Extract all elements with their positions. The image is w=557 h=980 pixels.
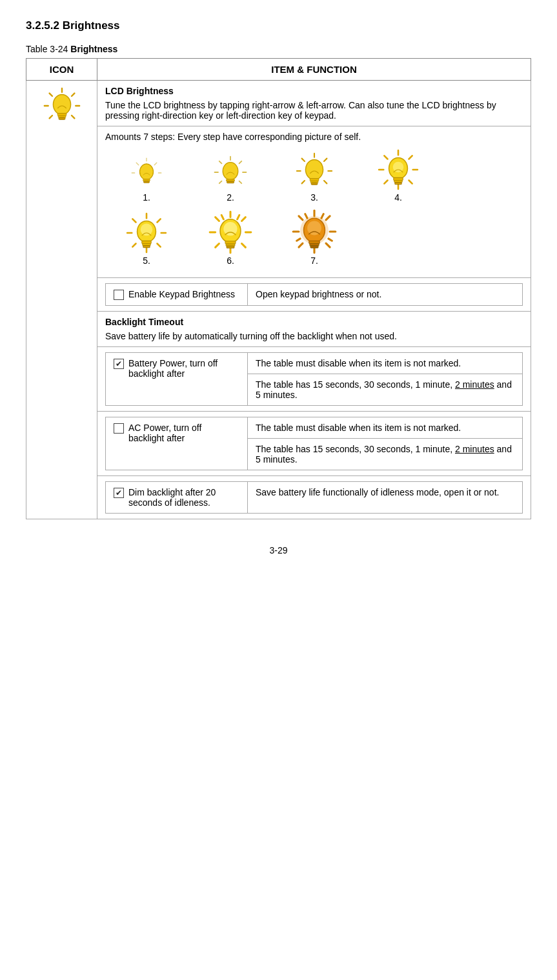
dim-backlight-checkbox[interactable] <box>114 488 124 498</box>
svg-rect-78 <box>225 241 236 244</box>
dim-backlight-label-group: Dim backlight after 20 seconds of idlene… <box>114 487 239 508</box>
svg-line-85 <box>299 216 303 220</box>
svg-rect-17 <box>143 179 150 181</box>
ac-power-checkbox[interactable] <box>114 423 124 434</box>
steps-label: Amounts 7 steps: Every step have corresp… <box>105 132 523 142</box>
bulb-label-1: 1. <box>143 192 150 203</box>
svg-line-90 <box>305 214 307 219</box>
ac-power-desc1: The table must disable when its item is … <box>248 417 523 439</box>
svg-line-75 <box>221 215 223 219</box>
svg-line-59 <box>132 244 136 247</box>
svg-line-82 <box>326 216 330 220</box>
svg-line-3 <box>72 115 74 118</box>
dim-backlight-desc: Save battery life functionally of idlene… <box>248 482 523 514</box>
table-caption: Table 3-24 Brightness <box>26 44 531 54</box>
svg-rect-37 <box>310 179 319 181</box>
lcd-brightness-desc: Tune the LCD brightness by tapping right… <box>105 100 523 121</box>
ac-power-desc2-cell: The table has 15 seconds, 30 seconds, 1 … <box>248 439 523 470</box>
svg-line-74 <box>238 215 239 219</box>
svg-line-35 <box>302 181 305 183</box>
lcd-brightness-title: LCD Brightness <box>105 86 174 96</box>
bulb-label-4: 4. <box>394 192 402 203</box>
svg-point-77 <box>223 222 237 235</box>
svg-line-84 <box>326 243 330 247</box>
bulb-label-2: 2. <box>227 192 234 203</box>
battery-power-nested: Battery Power, turn off backlight after … <box>105 352 523 406</box>
bulb-grid: 1. <box>105 142 523 272</box>
enable-keypad-checkbox[interactable] <box>114 290 124 300</box>
dim-backlight-checkbox-cell: Dim backlight after 20 seconds of idlene… <box>106 482 248 514</box>
bulb-5: 5. <box>108 212 185 266</box>
bulb-1: 1. <box>108 155 185 203</box>
svg-line-24 <box>239 181 242 184</box>
svg-line-32 <box>324 181 327 183</box>
bulb-icon-7 <box>292 209 337 254</box>
svg-line-44 <box>384 155 387 159</box>
ac-power-desc2-text: The table has 15 seconds, 30 seconds, 1 … <box>256 444 455 454</box>
svg-line-1 <box>72 94 74 96</box>
battery-power-label: Battery Power, turn off backlight after <box>128 358 239 379</box>
ac-power-checkbox-cell: AC Power, turn off backlight after <box>106 417 248 470</box>
enable-keypad-label-group: Enable Keypad Brightness <box>114 289 239 300</box>
table-row-steps: Amounts 7 steps: Every step have corresp… <box>26 126 531 278</box>
ac-power-label: AC Power, turn off backlight after <box>128 423 239 443</box>
svg-line-56 <box>157 244 161 247</box>
bulb-2: 2. <box>192 154 269 203</box>
svg-rect-8 <box>57 114 66 116</box>
svg-line-22 <box>219 161 222 164</box>
page-title: 3.2.5.2 Brightness <box>26 19 531 32</box>
battery-power-desc2-text: The table has 15 seconds, 30 seconds, 1 … <box>256 379 455 390</box>
enable-keypad-desc: Open keypad brightness or not. <box>248 284 523 306</box>
svg-line-67 <box>242 217 246 221</box>
dim-backlight-label: Dim backlight after 20 seconds of idlene… <box>128 487 239 508</box>
bulb-label-3: 3. <box>310 192 318 203</box>
enable-keypad-checkbox-cell: Enable Keypad Brightness <box>106 284 248 306</box>
svg-line-46 <box>384 181 387 184</box>
svg-rect-98 <box>310 246 318 248</box>
svg-point-95 <box>307 221 321 235</box>
bulb-6: 6. <box>192 210 269 266</box>
dim-backlight-cell: Dim backlight after 20 seconds of idlene… <box>97 476 531 519</box>
bulb-icon-2 <box>212 154 249 191</box>
svg-point-7 <box>53 95 70 115</box>
battery-power-desc2-cell: The table has 15 seconds, 30 seconds, 1 … <box>248 374 523 406</box>
svg-line-87 <box>299 243 303 247</box>
backlight-timeout-content: Backlight Timeout Save battery life by a… <box>97 312 531 347</box>
svg-rect-65 <box>143 246 150 248</box>
table-row-ac-power: AC Power, turn off backlight after The t… <box>26 412 531 476</box>
svg-line-91 <box>329 239 332 241</box>
svg-line-25 <box>219 181 222 184</box>
icon-cell <box>26 81 97 519</box>
svg-rect-39 <box>311 183 318 185</box>
bulb-icon-5 <box>125 212 168 254</box>
col-header-function: ITEM & FUNCTION <box>97 59 531 81</box>
enable-keypad-label: Enable Keypad Brightness <box>128 289 235 299</box>
svg-rect-28 <box>227 181 234 183</box>
col-header-icon: ICON <box>26 59 97 81</box>
bulb-7: 7. <box>276 209 353 266</box>
bulb-label-5: 5. <box>143 255 150 266</box>
svg-point-26 <box>223 163 238 180</box>
battery-power-desc1: The table must disable when its item is … <box>248 353 523 374</box>
svg-line-54 <box>157 219 161 222</box>
svg-rect-96 <box>309 241 319 243</box>
bulb-label-6: 6. <box>227 255 234 266</box>
svg-line-70 <box>216 217 219 221</box>
svg-rect-27 <box>227 179 235 181</box>
bulb-4: 4. <box>360 148 437 203</box>
svg-line-57 <box>132 219 136 222</box>
table-row-lcd-brightness: LCD Brightness Tune the LCD brightness b… <box>26 81 531 126</box>
battery-power-checkbox[interactable] <box>114 359 124 369</box>
svg-line-69 <box>242 244 246 248</box>
svg-point-62 <box>141 224 153 236</box>
steps-cell: Amounts 7 steps: Every step have corresp… <box>97 126 531 278</box>
bulb-3: 3. <box>276 151 353 203</box>
svg-rect-80 <box>227 246 234 248</box>
svg-line-72 <box>216 244 219 248</box>
svg-line-33 <box>302 159 305 161</box>
svg-point-16 <box>140 164 154 180</box>
lcd-bulb-icon <box>42 86 82 126</box>
svg-rect-18 <box>144 181 150 183</box>
svg-line-12 <box>154 163 157 165</box>
bulb-label-7: 7. <box>310 255 318 266</box>
